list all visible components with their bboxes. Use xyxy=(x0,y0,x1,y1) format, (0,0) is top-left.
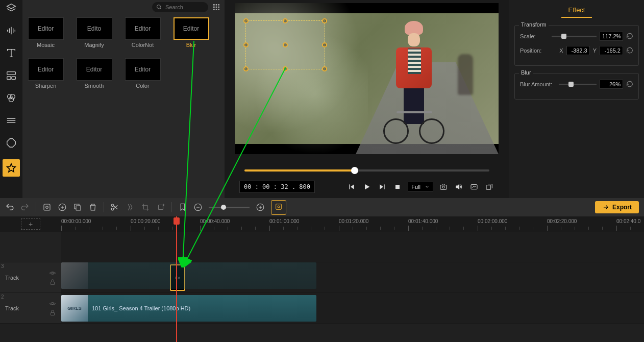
stop-button[interactable] xyxy=(392,182,403,192)
track-2-header[interactable]: 2 Track xyxy=(0,293,61,323)
effects-icon[interactable] xyxy=(3,159,20,177)
effect-label: Blur xyxy=(186,42,196,48)
svg-point-60 xyxy=(52,303,54,305)
export-settings-button[interactable] xyxy=(271,200,286,215)
audio-icon[interactable] xyxy=(5,25,17,37)
search-input[interactable] xyxy=(165,4,201,10)
copy-button[interactable] xyxy=(73,203,82,212)
search-icon xyxy=(156,4,162,10)
add-marker-button[interactable] xyxy=(58,203,67,212)
timeline-ruler[interactable]: + 00:00:00.00000:00:20.00000:00:40.00000… xyxy=(0,216,644,232)
effect-thumb: Editor xyxy=(28,17,64,40)
svg-line-19 xyxy=(160,8,162,10)
reset-position-icon[interactable] xyxy=(626,47,633,54)
effect-clip[interactable]: Ed xyxy=(170,264,185,291)
effect-label: ColorNot xyxy=(132,42,154,48)
playhead[interactable] xyxy=(176,216,177,342)
lock-icon[interactable] xyxy=(49,309,56,316)
handle-bc[interactable] xyxy=(283,66,288,71)
speed-button[interactable] xyxy=(126,203,135,212)
next-frame-button[interactable] xyxy=(377,182,387,192)
search-box[interactable] xyxy=(152,2,208,12)
svg-point-57 xyxy=(278,206,280,208)
play-button[interactable] xyxy=(362,182,372,192)
svg-point-12 xyxy=(10,94,15,99)
zoom-in-button[interactable] xyxy=(256,203,265,212)
scale-value[interactable]: 117.2% xyxy=(600,32,623,41)
handle-tc[interactable] xyxy=(283,18,288,23)
effect-magnify[interactable]: EditoMagnify xyxy=(75,17,113,48)
scale-label: Scale: xyxy=(520,33,549,39)
zoom-out-button[interactable] xyxy=(193,203,203,212)
lock-icon[interactable] xyxy=(49,279,56,286)
svg-rect-39 xyxy=(486,185,491,190)
effect-smooth[interactable]: EditorSmooth xyxy=(75,58,113,89)
blur-value[interactable]: 26% xyxy=(600,80,623,89)
clip-thumb: GIRLS xyxy=(61,295,88,322)
effect-thumb: Edito xyxy=(77,17,112,40)
preview-video[interactable] xyxy=(235,3,499,154)
ruler-tick: 00:00:20.000 xyxy=(131,218,160,224)
add-track-button[interactable]: + xyxy=(21,218,40,230)
ruler-tick: 00:02:40.0 xyxy=(616,218,640,224)
svg-point-13 xyxy=(9,97,13,102)
filters-icon[interactable] xyxy=(5,92,17,104)
handle-bl[interactable] xyxy=(243,66,249,71)
handle-mr[interactable] xyxy=(322,42,327,47)
visibility-icon[interactable] xyxy=(49,300,56,307)
position-x-value[interactable]: -382.3 xyxy=(566,46,590,55)
track-2-num: 2 xyxy=(1,294,4,300)
fullscreen-button[interactable] xyxy=(469,182,479,192)
effect-color[interactable]: EditorColor xyxy=(123,58,162,89)
scrubber-thumb[interactable] xyxy=(351,167,358,174)
snapshot-button[interactable] xyxy=(438,182,449,192)
effect-mosaic[interactable]: EditorMosaic xyxy=(27,17,65,48)
ruler-tick: 00:02:00.000 xyxy=(478,218,507,224)
grid-view-icon[interactable] xyxy=(212,3,220,11)
prev-frame-button[interactable] xyxy=(346,182,357,192)
effect-sharpen[interactable]: EditorSharpen xyxy=(27,58,65,89)
preview-scrubber[interactable] xyxy=(244,169,489,172)
mark-in-button[interactable] xyxy=(42,203,52,212)
reset-blur-icon[interactable] xyxy=(626,81,633,88)
track-3-header[interactable]: 3 Track xyxy=(0,262,61,292)
panel-title: Effect xyxy=(561,4,592,18)
undo-button[interactable] xyxy=(5,203,14,212)
track-2-content[interactable]: GIRLS 101 Girls_ Season 4 Trailer (1080p… xyxy=(61,293,644,323)
text-icon[interactable] xyxy=(5,47,17,59)
position-y-value[interactable]: -165.2 xyxy=(600,46,623,55)
zoom-slider[interactable] xyxy=(209,207,250,208)
layers-icon[interactable] xyxy=(5,2,17,14)
effect-colornot[interactable]: EditorColorNot xyxy=(123,17,162,48)
annotations-icon[interactable] xyxy=(5,137,17,149)
blur-slider[interactable] xyxy=(559,84,597,85)
export-button[interactable]: Export xyxy=(595,201,639,213)
blur-region[interactable] xyxy=(245,20,325,69)
detach-button[interactable] xyxy=(484,182,494,192)
crop-button[interactable] xyxy=(141,203,150,212)
redo-button[interactable] xyxy=(20,203,30,212)
transitions-icon[interactable] xyxy=(5,114,17,127)
split-icon[interactable] xyxy=(5,69,17,82)
split-button[interactable] xyxy=(110,203,119,212)
effects-header xyxy=(22,0,225,14)
track-3-content[interactable]: Ed xyxy=(61,262,644,292)
quality-select[interactable]: Full xyxy=(408,182,433,192)
effect-thumb: Editor xyxy=(28,58,64,81)
marker-button[interactable] xyxy=(178,203,187,212)
handle-ml[interactable] xyxy=(243,42,249,47)
svg-rect-22 xyxy=(218,4,219,6)
handle-br[interactable] xyxy=(322,66,327,71)
rotate-button[interactable] xyxy=(156,203,165,212)
handle-tl[interactable] xyxy=(243,18,249,23)
volume-button[interactable] xyxy=(454,182,464,192)
delete-button[interactable] xyxy=(88,203,97,212)
scale-slider[interactable] xyxy=(552,36,597,37)
visibility-icon[interactable] xyxy=(49,270,56,277)
video-clip[interactable]: GIRLS 101 Girls_ Season 4 Trailer (1080p… xyxy=(61,295,316,322)
transform-section: Transform Scale: 117.2% Position: X -382… xyxy=(514,25,639,66)
handle-tr[interactable] xyxy=(322,18,327,23)
reset-scale-icon[interactable] xyxy=(626,33,633,40)
handle-mc[interactable] xyxy=(283,42,288,47)
effect-blur[interactable]: EditorBlur xyxy=(172,17,210,48)
